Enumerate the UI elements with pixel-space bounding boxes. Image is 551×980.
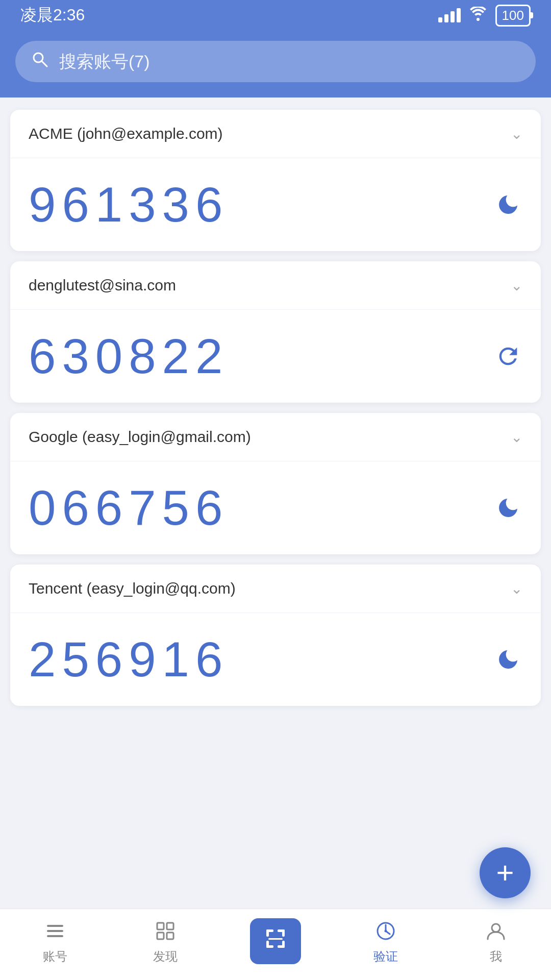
svg-rect-2	[47, 925, 63, 927]
battery-icon: 100	[495, 5, 531, 27]
totp-row-tencent: 256916	[10, 613, 541, 706]
nav-label-discover: 发现	[153, 948, 178, 965]
account-card-acme: ACME (john@example.com) ⌄ 961336	[10, 110, 541, 251]
svg-rect-3	[47, 930, 63, 932]
account-list-icon	[44, 920, 66, 944]
add-account-button[interactable]: +	[480, 847, 531, 898]
status-bar: 凌晨2:36 100	[0, 0, 551, 31]
totp-row-sina: 630822	[10, 310, 541, 403]
nav-label-account: 账号	[43, 948, 67, 965]
svg-rect-10	[266, 929, 269, 937]
moon-icon	[494, 190, 522, 219]
svg-point-21	[385, 929, 387, 932]
verify-icon	[374, 920, 397, 944]
chevron-down-icon: ⌄	[511, 429, 522, 446]
nav-item-discover[interactable]: 发现	[110, 920, 220, 965]
svg-rect-5	[157, 923, 164, 929]
discover-icon	[154, 920, 177, 944]
nav-item-verify[interactable]: 验证	[331, 920, 441, 965]
search-input[interactable]	[59, 52, 520, 71]
account-header-tencent[interactable]: Tencent (easy_login@qq.com) ⌄	[10, 565, 541, 613]
account-header-google[interactable]: Google (easy_login@gmail.com) ⌄	[10, 413, 541, 461]
chevron-down-icon: ⌄	[511, 277, 522, 294]
nav-label-verify: 验证	[373, 948, 398, 965]
svg-rect-14	[266, 941, 269, 948]
totp-code-google: 066756	[29, 480, 229, 536]
account-card-google: Google (easy_login@gmail.com) ⌄ 066756	[10, 413, 541, 554]
main-content: ACME (john@example.com) ⌄ 961336 denglut…	[0, 97, 551, 909]
scan-icon	[264, 927, 287, 955]
account-name-google: Google (easy_login@gmail.com)	[29, 428, 251, 446]
totp-row-acme: 961336	[10, 158, 541, 251]
account-name-tencent: Tencent (easy_login@qq.com)	[29, 580, 236, 597]
chevron-down-icon: ⌄	[511, 580, 522, 597]
svg-rect-4	[47, 935, 63, 937]
svg-rect-6	[167, 923, 173, 929]
bottom-nav: 账号 发现	[0, 909, 551, 980]
nav-label-me: 我	[490, 948, 502, 965]
svg-line-1	[42, 61, 47, 66]
nav-item-me[interactable]: 我	[441, 920, 551, 965]
account-header-acme[interactable]: ACME (john@example.com) ⌄	[10, 110, 541, 158]
search-bar-container	[0, 31, 551, 97]
refresh-icon[interactable]	[494, 342, 522, 371]
search-icon	[31, 50, 49, 73]
svg-rect-7	[157, 933, 164, 939]
svg-rect-12	[282, 929, 285, 937]
totp-row-google: 066756	[10, 461, 541, 554]
account-header-sina[interactable]: denglutest@sina.com ⌄	[10, 261, 541, 310]
moon-icon	[494, 645, 522, 674]
svg-rect-16	[282, 941, 285, 948]
svg-rect-8	[167, 933, 173, 939]
account-name-acme: ACME (john@example.com)	[29, 125, 223, 142]
me-icon	[485, 920, 507, 944]
chevron-down-icon: ⌄	[511, 126, 522, 142]
search-bar[interactable]	[15, 41, 536, 82]
nav-item-account[interactable]: 账号	[0, 920, 110, 965]
nav-item-scan[interactable]	[220, 918, 331, 966]
svg-point-22	[492, 924, 500, 932]
moon-icon	[494, 494, 522, 522]
signal-icon	[438, 8, 461, 22]
wifi-icon	[470, 7, 486, 24]
svg-rect-17	[268, 938, 283, 940]
status-icons: 100	[438, 5, 531, 27]
scan-icon-wrap	[250, 918, 301, 964]
account-card-tencent: Tencent (easy_login@qq.com) ⌄ 256916	[10, 565, 541, 706]
totp-code-sina: 630822	[29, 328, 229, 384]
account-name-sina: denglutest@sina.com	[29, 277, 176, 294]
status-time: 凌晨2:36	[20, 4, 85, 27]
account-card-sina: denglutest@sina.com ⌄ 630822	[10, 261, 541, 403]
totp-code-tencent: 256916	[29, 631, 229, 688]
totp-code-acme: 961336	[29, 177, 229, 233]
